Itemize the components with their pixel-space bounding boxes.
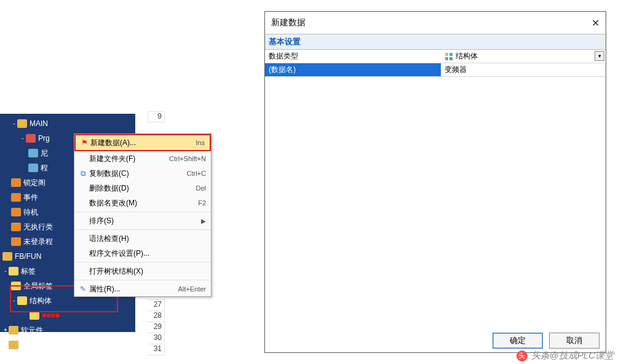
- watermark-icon: 头: [516, 350, 528, 362]
- data-type-label: 数据类型: [265, 50, 441, 63]
- folder-icon: [17, 119, 27, 128]
- expander-icon: -: [11, 121, 17, 127]
- menu-separator: [74, 229, 211, 230]
- row-numbers: 26 27 28 29 30 31: [148, 289, 165, 355]
- menu-label: 数据名更改(M): [89, 198, 198, 208]
- menu-label: 删除数据(D): [89, 183, 196, 194]
- data-name-label: (数据名): [265, 63, 441, 76]
- row-number: 28: [148, 311, 165, 322]
- watermark-text: 头条@技成PLC课堂: [531, 350, 614, 362]
- section-header-basic: 基本设置: [265, 34, 606, 50]
- row-number: 27: [148, 300, 165, 311]
- menu-label: 新建文件夹(F): [89, 154, 169, 164]
- program-icon: [26, 134, 36, 143]
- menu-shortcut: Ctrl+Shift+N: [169, 155, 206, 162]
- menu-new-data[interactable]: ⚑ 新建数据(A)... Ins: [76, 135, 210, 150]
- tree-label: 尼: [41, 148, 48, 159]
- tree-label: 无执行类: [23, 222, 53, 232]
- row-data-name: (数据名): [265, 63, 606, 77]
- menu-shortcut: Alt+Enter: [178, 285, 206, 293]
- menu-label: 新建数据(A)...: [90, 138, 196, 148]
- data-type-dropdown[interactable]: 结构体 ▾: [441, 50, 606, 63]
- row-number: 30: [148, 333, 165, 344]
- new-data-dialog: 新建数据 ✕ 基本设置 数据类型 结构体 ▾ (数据名) 确定 取消: [264, 11, 606, 353]
- menu-label: 属性(R)...: [89, 284, 178, 295]
- folder-icon: [2, 252, 12, 261]
- tree-label: 标签: [21, 266, 36, 277]
- properties-icon: ✎: [77, 284, 89, 294]
- close-icon[interactable]: ✕: [591, 17, 599, 29]
- tree-label: ■■■■: [42, 311, 60, 320]
- data-type-value: 结构体: [456, 51, 478, 61]
- dropdown-arrow-icon[interactable]: ▾: [595, 51, 604, 61]
- folder-icon: [9, 341, 18, 349]
- row-number: 9: [148, 111, 165, 122]
- tree-label: FB/FUN: [15, 252, 41, 261]
- svg-rect-2: [445, 57, 448, 60]
- tree-label: 参数: [21, 340, 36, 350]
- menu-program-file-settings[interactable]: 程序文件设置(P)...: [74, 246, 211, 261]
- block-icon: [28, 149, 38, 157]
- copy-icon: ⧉: [77, 168, 89, 178]
- context-menu: ⚑ 新建数据(A)... Ins 新建文件夹(F) Ctrl+Shift+N ⧉…: [74, 133, 212, 297]
- menu-sort[interactable]: 排序(S) ▶: [74, 213, 211, 228]
- row-number: 31: [148, 344, 165, 355]
- menu-separator: [74, 262, 211, 263]
- tree-label: Prg: [38, 134, 50, 143]
- watermark: 头 头条@技成PLC课堂: [516, 350, 614, 362]
- folder-icon: [9, 326, 18, 334]
- folder-icon: [11, 237, 21, 246]
- menu-shortcut: Del: [196, 184, 206, 192]
- tree-item-main[interactable]: -MAIN: [2, 116, 135, 131]
- menu-copy-data[interactable]: ⧉ 复制数据(C) Ctrl+C: [74, 166, 211, 181]
- row-data-type: 数据类型 结构体 ▾: [265, 50, 606, 63]
- menu-delete-data[interactable]: 删除数据(D) Del: [74, 181, 211, 196]
- menu-shortcut: Ins: [196, 139, 205, 146]
- tree-label: 事件: [23, 192, 38, 203]
- folder-icon: [11, 193, 21, 202]
- dialog-titlebar: 新建数据 ✕: [265, 12, 606, 34]
- tree-label: 软元件: [21, 325, 43, 336]
- menu-separator: [74, 212, 211, 212]
- menu-label: 打开树状结构(X): [89, 266, 206, 277]
- menu-rename-data[interactable]: 数据名更改(M) F2: [74, 196, 211, 210]
- tree-item-devcomment[interactable]: +软元件: [2, 323, 135, 338]
- menu-shortcut: F2: [198, 199, 206, 207]
- data-name-input[interactable]: [445, 66, 602, 74]
- ok-button[interactable]: 确定: [492, 333, 543, 349]
- menu-properties[interactable]: ✎ 属性(R)... Alt+Enter: [74, 282, 211, 296]
- cancel-button[interactable]: 取消: [549, 333, 599, 349]
- menu-label: 语法检查(H): [89, 234, 206, 244]
- svg-rect-3: [449, 57, 453, 60]
- menu-syntax-check[interactable]: 语法检查(H): [74, 231, 211, 246]
- menu-label: 复制数据(C): [89, 168, 187, 179]
- tree-label: 待机: [23, 207, 38, 218]
- row-number: 29: [148, 322, 165, 333]
- menu-separator: [74, 280, 211, 280]
- menu-shortcut: Ctrl+C: [187, 170, 206, 177]
- folder-icon: [11, 208, 21, 216]
- svg-rect-0: [445, 53, 448, 56]
- tree-item-param[interactable]: +参数: [2, 338, 135, 352]
- tree-label: MAIN: [30, 119, 48, 128]
- struct-type-icon: [445, 52, 453, 61]
- svg-rect-1: [449, 53, 453, 56]
- menu-expand-tree[interactable]: 打开树状结构(X): [74, 264, 211, 279]
- block-icon: [28, 164, 38, 172]
- menu-label: 排序(S): [89, 216, 201, 226]
- folder-icon: [11, 223, 21, 231]
- menu-new-folder[interactable]: 新建文件夹(F) Ctrl+Shift+N: [74, 151, 211, 166]
- struct-icon: [30, 311, 39, 320]
- menu-label: 程序文件设置(P)...: [89, 248, 206, 259]
- tag-icon: [9, 267, 18, 275]
- flag-icon: ⚑: [78, 138, 90, 148]
- menu-new-data-highlight: ⚑ 新建数据(A)... Ins: [74, 134, 211, 151]
- tree-label: 未登录程: [23, 237, 53, 247]
- submenu-arrow-icon: ▶: [201, 218, 206, 224]
- folder-icon: [11, 178, 21, 187]
- tree-label: 程: [41, 163, 48, 173]
- tree-label: 锁定阁: [23, 178, 45, 188]
- dialog-title: 新建数据: [271, 17, 306, 28]
